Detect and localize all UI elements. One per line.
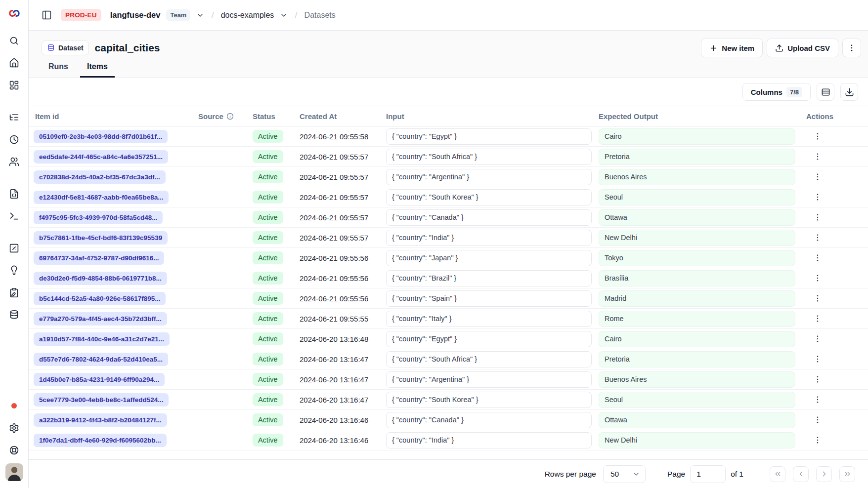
expected-output-cell[interactable]: Pretoria <box>599 351 795 367</box>
expected-output-cell[interactable]: Madrid <box>599 290 795 307</box>
item-id-link[interactable]: 1d45b0e7-b85a-4231-9149-6ff90a294... <box>34 373 165 386</box>
input-cell[interactable]: { "country": "Egypt" } <box>386 128 592 145</box>
item-id-link[interactable]: d557e7d6-7802-4624-9da6-52d410ea5... <box>34 353 168 366</box>
sidebar-item-prompts[interactable] <box>5 185 23 203</box>
table-row[interactable]: 5cee7779-3e00-4eb8-be8c-1affedd524... Ac… <box>29 390 868 410</box>
sidebar-item-settings[interactable] <box>5 419 23 437</box>
organization-name[interactable]: langfuse-dev <box>110 10 161 20</box>
input-cell[interactable]: { "country": "Japan" } <box>386 250 592 266</box>
chevron-down-icon[interactable] <box>196 11 204 19</box>
expected-output-cell[interactable]: Cairo <box>599 331 795 347</box>
columns-button[interactable]: Columns 7/8 <box>742 83 811 101</box>
column-header-created-at[interactable]: Created At <box>297 112 383 121</box>
input-cell[interactable]: { "country": "Argentina" } <box>386 371 592 388</box>
expected-output-cell[interactable]: Cairo <box>599 128 795 145</box>
input-cell[interactable]: { "country": "Canada" } <box>386 209 592 226</box>
expected-output-cell[interactable]: New Delhi <box>599 230 795 246</box>
breadcrumb-section[interactable]: Datasets <box>304 11 336 20</box>
input-cell[interactable]: { "country": "South Korea" } <box>386 189 592 205</box>
expected-output-cell[interactable]: Seoul <box>599 189 795 205</box>
table-row[interactable]: 1f0e7da1-dbff-4e60-929d-f6095602bb... Ac… <box>29 430 868 450</box>
table-row[interactable]: a1910d57-7f84-440c-9e46-a31c2d7e21... Ac… <box>29 329 868 349</box>
row-actions-button[interactable] <box>810 331 825 346</box>
sidebar-item-sessions[interactable] <box>5 130 23 148</box>
input-cell[interactable]: { "country": "South Korea" } <box>386 392 592 408</box>
expected-output-cell[interactable]: Buenos Aires <box>599 169 795 185</box>
column-header-expected-output[interactable]: Expected Output <box>596 112 803 121</box>
row-actions-button[interactable] <box>810 311 825 326</box>
next-page-button[interactable] <box>816 466 832 482</box>
input-cell[interactable]: { "country": "India" } <box>386 432 592 448</box>
column-header-input[interactable]: Input <box>383 112 596 121</box>
expected-output-cell[interactable]: New Delhi <box>599 432 795 448</box>
table-row[interactable]: 05109ef0-2e3b-4e03-98dd-8f7d01b61f... Ac… <box>29 126 868 147</box>
item-id-link[interactable]: 05109ef0-2e3b-4e03-98dd-8f7d01b61f... <box>34 130 168 143</box>
row-height-button[interactable] <box>817 83 834 101</box>
sidebar-item-tracing[interactable] <box>5 108 23 126</box>
tab-runs[interactable]: Runs <box>42 62 75 78</box>
input-cell[interactable]: { "country": "India" } <box>386 230 592 246</box>
input-cell[interactable]: { "country": "Brazil" } <box>386 270 592 286</box>
table-row[interactable]: c702838d-24d5-40a2-bf35-67dc3a3df... Act… <box>29 167 868 187</box>
rows-per-page-select[interactable]: 50 <box>603 465 646 483</box>
expected-output-cell[interactable]: Pretoria <box>599 149 795 165</box>
item-id-link[interactable]: e12430df-5e81-4687-aabb-f0ea65be8a... <box>34 191 169 204</box>
item-id-link[interactable]: b75c7861-1fbe-45cf-bdf6-83f139c95539 <box>34 231 168 244</box>
input-cell[interactable]: { "country": "Egypt" } <box>386 331 592 347</box>
sidebar-item-search[interactable] <box>5 32 23 49</box>
sidebar-toggle-button[interactable] <box>42 10 52 20</box>
table-row[interactable]: 1d45b0e7-b85a-4231-9149-6ff90a294... Act… <box>29 369 868 390</box>
row-actions-button[interactable] <box>810 210 825 225</box>
sidebar-item-playground[interactable] <box>5 207 23 225</box>
table-row[interactable]: f4975c95-5fc3-4939-970d-58fa5cd48... Act… <box>29 207 868 228</box>
table-row[interactable]: b75c7861-1fbe-45cf-bdf6-83f139c95539 Act… <box>29 228 868 248</box>
tab-items[interactable]: Items <box>80 62 115 78</box>
previous-page-button[interactable] <box>793 466 809 482</box>
column-header-status[interactable]: Status <box>250 112 297 121</box>
expected-output-cell[interactable]: Brasília <box>599 270 795 286</box>
table-row[interactable]: b5c144cd-52a5-4a80-926e-58617f895... Act… <box>29 288 868 309</box>
item-id-link[interactable]: a322b319-9412-4f43-b8f2-b20484127f... <box>34 413 167 427</box>
info-icon[interactable] <box>226 113 234 120</box>
table-row[interactable]: de30d2e0-f5d9-4854-88b6-0619771b8... Act… <box>29 268 868 288</box>
row-actions-button[interactable] <box>810 230 825 245</box>
row-actions-button[interactable] <box>810 129 825 144</box>
row-actions-button[interactable] <box>810 250 825 265</box>
row-actions-button[interactable] <box>810 412 825 427</box>
user-avatar[interactable] <box>5 463 23 481</box>
item-id-link[interactable]: e779a270-579a-4f45-aec4-35b72d3bff... <box>34 312 167 325</box>
expected-output-cell[interactable]: Seoul <box>599 392 795 408</box>
row-actions-button[interactable] <box>810 372 825 387</box>
sidebar-item-datasets[interactable] <box>5 306 23 324</box>
item-id-link[interactable]: eed5dafe-244f-465c-a84c-4a6e357251... <box>34 150 168 163</box>
expected-output-cell[interactable]: Rome <box>599 311 795 327</box>
chevron-down-icon[interactable] <box>280 11 288 19</box>
table-row[interactable]: a322b319-9412-4f43-b8f2-b20484127f... Ac… <box>29 410 868 430</box>
input-cell[interactable]: { "country": "South Africa" } <box>386 149 592 165</box>
input-cell[interactable]: { "country": "South Africa" } <box>386 351 592 367</box>
breadcrumb-project[interactable]: docs-examples <box>221 11 274 20</box>
first-page-button[interactable] <box>770 466 785 482</box>
table-row[interactable]: d557e7d6-7802-4624-9da6-52d410ea5... Act… <box>29 349 868 369</box>
row-actions-button[interactable] <box>810 149 825 164</box>
expected-output-cell[interactable]: Tokyo <box>599 250 795 266</box>
table-row[interactable]: e12430df-5e81-4687-aabb-f0ea65be8a... Ac… <box>29 187 868 207</box>
input-cell[interactable]: { "country": "Italy" } <box>386 311 592 327</box>
item-id-link[interactable]: b5c144cd-52a5-4a80-926e-58617f895... <box>34 292 166 305</box>
item-id-link[interactable]: a1910d57-7f84-440c-9e46-a31c2d7e21... <box>34 332 170 346</box>
row-actions-button[interactable] <box>810 352 825 366</box>
export-button[interactable] <box>840 83 858 101</box>
expected-output-cell[interactable]: Ottawa <box>599 412 795 428</box>
column-header-source[interactable]: Source <box>195 112 250 121</box>
sidebar-item-support[interactable] <box>5 441 23 459</box>
row-actions-button[interactable] <box>810 291 825 306</box>
record-indicator[interactable] <box>5 397 23 414</box>
table-row[interactable]: e779a270-579a-4f45-aec4-35b72d3bff... Ac… <box>29 309 868 329</box>
input-cell[interactable]: { "country": "Spain" } <box>386 290 592 307</box>
upload-csv-button[interactable]: Upload CSV <box>767 39 838 57</box>
item-id-link[interactable]: 5cee7779-3e00-4eb8-be8c-1affedd524... <box>34 393 169 407</box>
sidebar-item-home[interactable] <box>5 54 23 72</box>
sidebar-item-annotation[interactable] <box>5 284 23 301</box>
input-cell[interactable]: { "country": "Canada" } <box>386 412 592 428</box>
item-id-link[interactable]: 1f0e7da1-dbff-4e60-929d-f6095602bb... <box>34 434 167 447</box>
